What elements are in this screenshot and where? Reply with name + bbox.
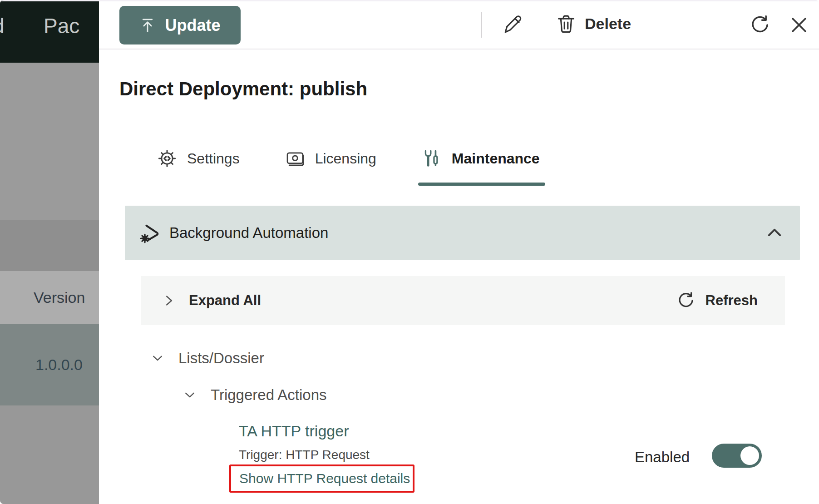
deployment-detail-panel: Update (99, 0, 819, 504)
chevron-down-icon[interactable] (183, 389, 196, 401)
tree-node-lists-dossier: Lists/Dossier (151, 348, 264, 369)
update-button[interactable]: Update (119, 6, 241, 44)
background-top-nav: d Pac (0, 0, 99, 63)
triggered-action-name-link[interactable]: TA HTTP trigger (239, 422, 349, 440)
chevron-up-icon[interactable] (765, 224, 784, 242)
close-icon[interactable] (788, 14, 810, 36)
window-top-border (0, 0, 819, 1)
enabled-status-label: Enabled (635, 449, 690, 466)
chevron-right-icon (163, 294, 175, 307)
refresh-tree-label: Refresh (706, 292, 758, 309)
background-nav-item-packages-partial: Pac (44, 14, 79, 38)
background-table-selected-row: 1.0.0.0 (0, 324, 99, 405)
tree-node-triggered-actions: Triggered Actions (183, 385, 327, 405)
background-page-area (0, 405, 99, 504)
chevron-down-icon[interactable] (151, 352, 164, 365)
dimmed-background-page: d Pac Version 1.0.0.0 (0, 0, 99, 504)
upload-arrow-icon (139, 17, 156, 34)
tools-icon (422, 148, 442, 168)
delete-button[interactable]: Delete (555, 12, 631, 35)
version-cell: 1.0.0.0 (35, 356, 83, 374)
tab-maintenance-label: Maintenance (452, 150, 540, 167)
pencil-icon (501, 14, 524, 36)
show-http-request-details-link[interactable]: Show HTTP Request details (239, 471, 410, 486)
highlight-red-box: Show HTTP Request details (229, 464, 414, 493)
tree-toolbar-row: Expand All Refresh (141, 276, 785, 325)
edit-button[interactable] (501, 14, 524, 36)
refresh-panel-button[interactable] (749, 14, 771, 36)
enabled-toggle[interactable] (712, 444, 762, 468)
screenshot-root: d Pac Version 1.0.0.0 Update (0, 0, 819, 504)
banknote-icon (285, 148, 305, 168)
tab-bar: Settings Licensing (157, 145, 540, 172)
expand-all-label: Expand All (189, 292, 261, 309)
background-table-header-row: Version (0, 271, 99, 324)
trash-icon (555, 12, 577, 35)
background-nav-item-partial: d (0, 14, 5, 38)
tree-node-label[interactable]: Lists/Dossier (178, 350, 264, 367)
tab-settings[interactable]: Settings (157, 145, 240, 172)
expand-all-button[interactable]: Expand All (163, 292, 261, 309)
background-page-area (0, 220, 99, 271)
background-page-area (0, 63, 99, 220)
panel-toolbar: Update (99, 0, 819, 49)
automation-play-gear-icon (138, 221, 161, 245)
page-title: Direct Deployment: publish (119, 78, 367, 100)
tree-node-label[interactable]: Triggered Actions (211, 386, 327, 404)
section-title: Background Automation (169, 224, 328, 242)
toggle-knob (740, 446, 759, 465)
refresh-tree-button[interactable]: Refresh (676, 291, 758, 310)
tab-maintenance[interactable]: Maintenance (422, 145, 540, 172)
tab-licensing-label: Licensing (315, 150, 376, 167)
background-automation-section-header[interactable]: Background Automation (125, 206, 800, 260)
tab-settings-label: Settings (187, 150, 240, 167)
version-column-header: Version (34, 289, 85, 306)
tab-licensing[interactable]: Licensing (285, 145, 376, 172)
toolbar-divider (481, 12, 482, 38)
update-button-label: Update (165, 16, 220, 35)
refresh-icon (749, 14, 771, 36)
trigger-type-text: Trigger: HTTP Request (239, 448, 370, 462)
refresh-icon (676, 291, 696, 310)
delete-button-label: Delete (585, 15, 631, 33)
gear-icon (157, 148, 177, 168)
